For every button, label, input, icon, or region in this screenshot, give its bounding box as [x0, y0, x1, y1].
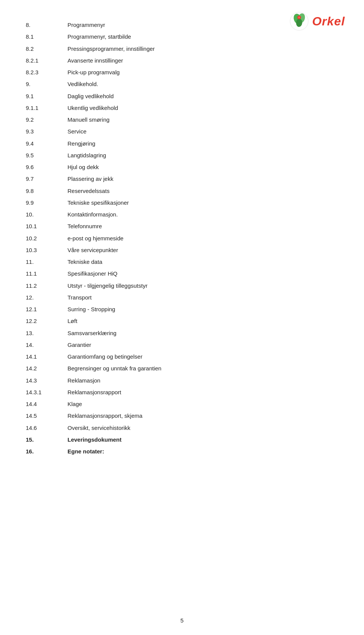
toc-row: 8.2.1Avanserte innstillinger: [23, 55, 341, 66]
toc-row: 9.6Hjul og dekk: [23, 161, 341, 173]
toc-row: 9.1.1Ukentlig vedlikehold: [23, 102, 341, 114]
toc-label: Spesifikasjoner HiQ: [64, 268, 341, 279]
toc-row: 14.6Oversikt, servicehistorikk: [23, 422, 341, 434]
toc-row: 9.4Rengjøring: [23, 138, 341, 149]
toc-label: Daglig vedlikehold: [64, 90, 341, 102]
toc-number: 10.3: [23, 244, 64, 256]
toc-number: 14.4: [23, 398, 64, 410]
toc-label: Langtidslagring: [64, 149, 341, 161]
toc-number: 14.5: [23, 410, 64, 422]
toc-label: Service: [64, 125, 341, 137]
toc-row: 10.3Våre servicepunkter: [23, 244, 341, 256]
toc-row: 9.9Tekniske spesifikasjoner: [23, 197, 341, 209]
logo-area: Orkel: [289, 11, 345, 31]
toc-number: 10.1: [23, 220, 64, 232]
toc-number: 12.2: [23, 315, 64, 327]
toc-label: Hjul og dekk: [64, 161, 341, 173]
toc-number: 9.1.1: [23, 102, 64, 114]
toc-number: 14.2: [23, 362, 64, 374]
toc-number: 16.: [23, 445, 64, 457]
toc-label: Surring - Stropping: [64, 303, 341, 315]
toc-label: Reservedelssats: [64, 185, 341, 197]
toc-number: 9.4: [23, 138, 64, 149]
toc-row: 9.1Daglig vedlikehold: [23, 90, 341, 102]
toc-number: 14.3.1: [23, 386, 64, 398]
toc-label: Klage: [64, 398, 341, 410]
toc-row: 9.7Plassering av jekk: [23, 173, 341, 185]
toc-label: Utstyr - tilgjengelig tilleggsutstyr: [64, 280, 341, 292]
toc-number: 14.: [23, 339, 64, 351]
toc-label: Reklamasjonsrapport, skjema: [64, 410, 341, 422]
toc-number: 9.7: [23, 173, 64, 185]
toc-row: 9.8Reservedelssats: [23, 185, 341, 197]
orkel-logo-icon: [289, 11, 309, 31]
toc-number: 9.9: [23, 197, 64, 209]
toc-number: 9.5: [23, 149, 64, 161]
toc-row: 11.1Spesifikasjoner HiQ: [23, 268, 341, 279]
logo-text: Orkel: [312, 14, 345, 28]
toc-row: 11.2Utstyr - tilgjengelig tilleggsutstyr: [23, 280, 341, 292]
toc-label: Telefonnumre: [64, 220, 341, 232]
toc-number: 9.1: [23, 90, 64, 102]
toc-number: 14.1: [23, 351, 64, 362]
toc-number: 10.2: [23, 232, 64, 244]
toc-row: 14.1Garantiomfang og betingelser: [23, 351, 341, 362]
toc-row: 8.2.3Pick-up programvalg: [23, 66, 341, 78]
toc-row: 9.2Manuell smøring: [23, 114, 341, 125]
toc-row: 12.2Løft: [23, 315, 341, 327]
toc-label: Avanserte innstillinger: [64, 55, 341, 66]
toc-number: 10.: [23, 209, 64, 220]
toc-label: Plassering av jekk: [64, 173, 341, 185]
toc-row: 16.Egne notater:: [23, 445, 341, 457]
toc-label: Programmenyr, startbilde: [64, 31, 341, 42]
toc-number: 14.6: [23, 422, 64, 434]
toc-number: 8.2: [23, 43, 64, 55]
toc-row: 9.3Service: [23, 125, 341, 137]
toc-number: 9.2: [23, 114, 64, 125]
toc-number: 8.2.3: [23, 66, 64, 78]
toc-row: 10.1Telefonnumre: [23, 220, 341, 232]
toc-row: 8.1Programmenyr, startbilde: [23, 31, 341, 42]
toc-label: Garantier: [64, 339, 341, 351]
toc-label: Tekniske spesifikasjoner: [64, 197, 341, 209]
toc-number: 12.: [23, 292, 64, 303]
toc-label: Oversikt, servicehistorikk: [64, 422, 341, 434]
toc-row: 14.3.1Reklamasjonsrapport: [23, 386, 341, 398]
toc-label: Tekniske data: [64, 256, 341, 268]
toc-label: Transport: [64, 292, 341, 303]
toc-label: Leveringsdokument: [64, 434, 341, 445]
toc-number: 14.3: [23, 375, 64, 386]
toc-table: 8.Programmenyr8.1Programmenyr, startbild…: [23, 19, 341, 457]
page-number: 5: [180, 617, 184, 624]
toc-label: Pick-up programvalg: [64, 66, 341, 78]
toc-number: 9.8: [23, 185, 64, 197]
toc-row: 13.Samsvarserklæring: [23, 327, 341, 339]
toc-row: 14.2Begrensinger og unntak fra garantien: [23, 362, 341, 374]
toc-label: Kontaktinformasjon.: [64, 209, 341, 220]
toc-number: 9.3: [23, 125, 64, 137]
toc-row: 9.5Langtidslagring: [23, 149, 341, 161]
toc-label: Manuell smøring: [64, 114, 341, 125]
toc-label: Egne notater:: [64, 445, 341, 457]
toc-number: 9.6: [23, 161, 64, 173]
toc-label: Vedlikehold.: [64, 78, 341, 90]
svg-point-5: [298, 17, 300, 19]
toc-row: 8.2Pressingsprogrammer, innstillinger: [23, 43, 341, 55]
toc-label: Samsvarserklæring: [64, 327, 341, 339]
toc-number: 15.: [23, 434, 64, 445]
toc-row: 14.5Reklamasjonsrapport, skjema: [23, 410, 341, 422]
toc-label: e-post og hjemmeside: [64, 232, 341, 244]
toc-row: 10.2e-post og hjemmeside: [23, 232, 341, 244]
toc-label: Reklamasjon: [64, 375, 341, 386]
toc-label: Våre servicepunkter: [64, 244, 341, 256]
toc-label: Pressingsprogrammer, innstillinger: [64, 43, 341, 55]
toc-label: Ukentlig vedlikehold: [64, 102, 341, 114]
toc-row: 12.Transport: [23, 292, 341, 303]
toc-number: 12.1: [23, 303, 64, 315]
toc-row: 9.Vedlikehold.: [23, 78, 341, 90]
toc-number: 11.1: [23, 268, 64, 279]
toc-row: 11.Tekniske data: [23, 256, 341, 268]
toc-row: 15.Leveringsdokument: [23, 434, 341, 445]
toc-label: Begrensinger og unntak fra garantien: [64, 362, 341, 374]
page-container: Orkel 8.Programmenyr8.1Programmenyr, sta…: [0, 0, 364, 635]
